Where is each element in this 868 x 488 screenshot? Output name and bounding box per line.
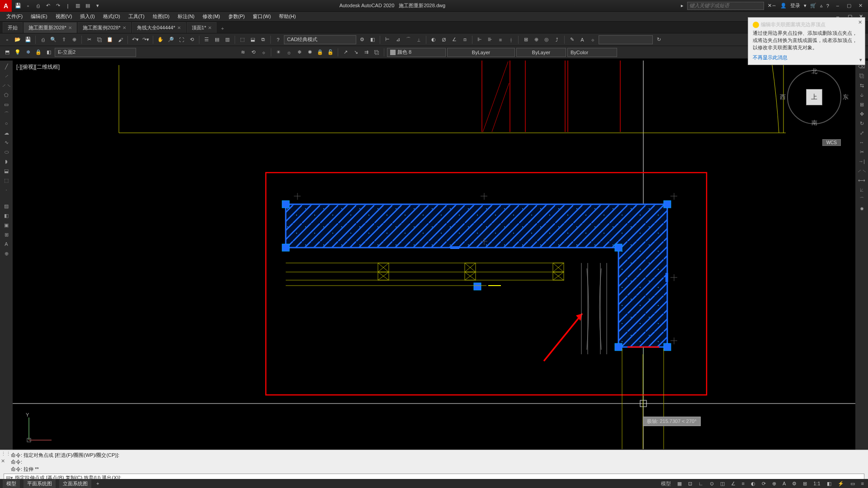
db-icon[interactable]: ⬓ bbox=[248, 35, 257, 44]
fillet-icon[interactable]: ⌒ bbox=[858, 195, 866, 203]
annot-icon[interactable]: A bbox=[781, 481, 787, 486]
layon-icon[interactable]: ☀ bbox=[274, 48, 283, 57]
region-icon[interactable]: ▣ bbox=[2, 221, 10, 229]
laycur-icon[interactable]: ↗ bbox=[341, 48, 350, 57]
trim-icon[interactable]: ✂ bbox=[858, 148, 866, 156]
ortho-icon[interactable]: ∟ bbox=[697, 481, 705, 486]
matchprop-icon[interactable]: 🖌 bbox=[116, 35, 125, 44]
new-icon[interactable]: ▫ bbox=[3, 35, 12, 44]
dim-dia-icon[interactable]: Ø bbox=[439, 35, 448, 44]
dimtedit-icon[interactable]: A bbox=[578, 35, 587, 44]
color-combo[interactable]: 颜色 8 bbox=[387, 48, 446, 57]
cmd-handle-icon[interactable]: ⋮⋮ bbox=[1, 451, 11, 457]
print-icon[interactable]: ⎙ bbox=[34, 2, 42, 9]
lwt-icon[interactable]: ≡ bbox=[741, 481, 746, 486]
tab-close-icon[interactable]: ✕ bbox=[208, 25, 212, 30]
closeparent-icon[interactable]: ✕ bbox=[855, 3, 865, 9]
tab-doc3[interactable]: 角线大全044444*✕ bbox=[132, 22, 186, 33]
menu-window[interactable]: 窗口(W) bbox=[249, 12, 274, 21]
viewcube-face[interactable]: 上 bbox=[806, 89, 822, 105]
grid-icon[interactable]: ▦ bbox=[676, 481, 683, 487]
new-icon[interactable]: ▫ bbox=[24, 2, 32, 9]
viewcube-west[interactable]: 西 bbox=[780, 93, 786, 101]
etransmit-icon[interactable]: ⊕ bbox=[70, 35, 79, 44]
login-label[interactable]: 登录 bbox=[790, 2, 800, 9]
cut-icon[interactable]: ✂ bbox=[85, 35, 94, 44]
dimedit-icon[interactable]: ✎ bbox=[567, 35, 576, 44]
hint-dropdown-icon[interactable]: ▾ bbox=[859, 57, 862, 63]
line-icon[interactable]: ╱ bbox=[2, 62, 10, 70]
tab-doc1[interactable]: 施工图重新2028*✕ bbox=[24, 22, 77, 33]
arc-icon[interactable]: ⌒ bbox=[2, 110, 10, 118]
clean-icon[interactable]: ▭ bbox=[849, 481, 856, 487]
share-icon[interactable]: ▤ bbox=[84, 2, 91, 9]
break-icon[interactable]: ⟋⟍ bbox=[858, 167, 866, 175]
stretch-icon[interactable]: ↔ bbox=[858, 138, 866, 146]
laymcur-icon[interactable]: ↘ bbox=[351, 48, 360, 57]
dyn-icon[interactable]: ⊕ bbox=[771, 481, 778, 487]
tab-close-icon[interactable]: ✕ bbox=[68, 25, 72, 30]
tab-new-icon[interactable]: + bbox=[217, 24, 227, 33]
jog-icon[interactable]: ⤴ bbox=[552, 35, 561, 44]
workspace-combo[interactable]: CAD经典模式 bbox=[284, 35, 356, 44]
centermark-icon[interactable]: ⊕ bbox=[532, 35, 541, 44]
ws-icon[interactable]: ⚙ bbox=[791, 481, 798, 487]
layulk-icon[interactable]: 🔓 bbox=[326, 48, 335, 57]
rotate-icon[interactable]: ↻ bbox=[858, 119, 866, 127]
cmd-close-icon[interactable]: ✕ bbox=[1, 458, 5, 464]
hatch-icon[interactable]: ▨ bbox=[2, 202, 10, 210]
dim-cont-icon[interactable]: ⊪ bbox=[486, 35, 495, 44]
laymatch-icon[interactable]: ≋ bbox=[238, 48, 247, 57]
wcs-label[interactable]: WCS bbox=[822, 139, 841, 146]
lineweight-combo[interactable]: ByLayer bbox=[516, 48, 566, 57]
paste-icon[interactable]: 📋 bbox=[105, 35, 114, 44]
offset-icon[interactable]: ⫝ bbox=[858, 91, 866, 99]
menu-tools[interactable]: 工具(T) bbox=[125, 12, 148, 21]
array-icon[interactable]: ⊞ bbox=[858, 100, 866, 108]
model-label[interactable]: 模型 bbox=[660, 480, 672, 487]
help2-icon[interactable]: ? bbox=[274, 35, 283, 44]
layer-freeze-icon[interactable]: ❄ bbox=[24, 48, 33, 57]
view-cube[interactable]: 上 北 南 西 东 bbox=[780, 63, 848, 131]
menu-dimension[interactable]: 标注(N) bbox=[174, 12, 198, 21]
zoom-icon[interactable]: 🔎 bbox=[166, 35, 175, 44]
sheet-icon[interactable]: ▤ bbox=[212, 35, 222, 44]
chamfer-icon[interactable]: ⟀ bbox=[858, 186, 866, 194]
pan-icon[interactable]: ✋ bbox=[156, 35, 165, 44]
menu-param[interactable]: 参数(P) bbox=[225, 12, 249, 21]
menu-insert[interactable]: 插入(I) bbox=[76, 12, 98, 21]
osnap-icon[interactable]: ◫ bbox=[719, 481, 726, 487]
layer-color-icon[interactable]: ◧ bbox=[44, 48, 53, 57]
tab-doc2[interactable]: 施工图案例2028*✕ bbox=[78, 22, 131, 33]
snap-icon[interactable]: ⊡ bbox=[687, 481, 693, 487]
ref-icon[interactable]: ⧉ bbox=[259, 35, 268, 44]
viewcube-north[interactable]: 北 bbox=[811, 67, 817, 75]
otrack-icon[interactable]: ∠ bbox=[730, 481, 737, 487]
layiso-icon[interactable]: ⟐ bbox=[259, 48, 268, 57]
copy-icon[interactable]: ⿻ bbox=[858, 72, 866, 80]
insert-icon[interactable]: ⬓ bbox=[2, 167, 10, 175]
hw-icon[interactable]: ⚡ bbox=[836, 481, 845, 487]
zoomwin-icon[interactable]: ⛶ bbox=[177, 35, 186, 44]
viewcube-south[interactable]: 南 bbox=[811, 119, 817, 127]
menu-edit[interactable]: 编辑(E) bbox=[27, 12, 51, 21]
layoff-icon[interactable]: ☼ bbox=[284, 48, 293, 57]
redo-icon[interactable]: ↷ bbox=[54, 2, 61, 9]
polar-icon[interactable]: ⊙ bbox=[708, 481, 715, 487]
menu-format[interactable]: 格式(O) bbox=[99, 12, 124, 21]
menu-help[interactable]: 帮助(H) bbox=[275, 12, 299, 21]
transparency-icon[interactable]: ◐ bbox=[750, 481, 757, 487]
open-icon[interactable]: 📂 bbox=[13, 35, 22, 44]
menu-view[interactable]: 视图(V) bbox=[52, 12, 76, 21]
preview-icon[interactable]: 🔍 bbox=[49, 35, 58, 44]
polygon-icon[interactable]: ⬠ bbox=[2, 91, 10, 99]
custom-icon[interactable]: ≡ bbox=[860, 481, 865, 486]
tab-doc4[interactable]: 顶面1*✕ bbox=[187, 22, 217, 33]
layout-tab-2[interactable]: 立面系统图 bbox=[59, 479, 91, 488]
dim-base-icon[interactable]: ⊩ bbox=[475, 35, 484, 44]
layerprops-icon[interactable]: ⬒ bbox=[3, 48, 12, 57]
save-icon[interactable]: 💾 bbox=[24, 35, 33, 44]
ellipse-icon[interactable]: ⬭ bbox=[2, 148, 10, 156]
app-icon[interactable]: A bbox=[0, 0, 12, 12]
copy-icon[interactable]: ⿻ bbox=[95, 35, 104, 44]
